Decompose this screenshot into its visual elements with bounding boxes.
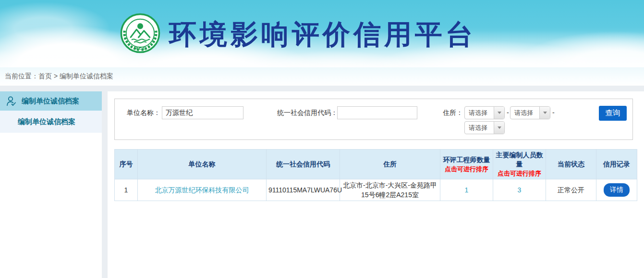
chevron-down-icon[interactable] — [494, 122, 504, 134]
unit-name-label: 单位名称： — [127, 109, 160, 117]
person-check-icon — [6, 95, 17, 107]
address-cell: 北京市-北京市-大兴区-金苑路甲15号6幢2层A215室 — [340, 179, 440, 201]
chevron-down-icon[interactable] — [539, 107, 550, 119]
row-index: 1 — [115, 179, 138, 201]
sidebar: 编制单位诚信档案 编制单位诚信档案 — [0, 91, 102, 278]
breadcrumb-current: 编制单位诚信档案 — [60, 72, 113, 80]
col-header-staff-count: 主要编制人员数量 点击可进行排序 — [493, 150, 546, 179]
page-body: 编制单位诚信档案 编制单位诚信档案 单位名称： 统一社会信用代码： 住所： 请选… — [0, 86, 644, 278]
main-content: 单位名称： 统一社会信用代码： 住所： 请选择 - 请选择 - 请选择 查询 — [108, 91, 644, 278]
col-header-status: 当前状态 — [546, 150, 596, 179]
col-header-index: 序号 — [115, 150, 138, 179]
col-header-credit-code: 统一社会信用代码 — [267, 150, 340, 179]
address-dash: - — [552, 109, 555, 116]
site-title: 环境影响评价信用平台 — [169, 16, 476, 53]
breadcrumb-prefix: 当前位置： — [5, 72, 38, 80]
credit-code-cell: 91110115MA7LWUA76U — [267, 179, 340, 201]
breadcrumb-home-link[interactable]: 首页 — [38, 72, 52, 80]
col-header-unit-name: 单位名称 — [138, 150, 267, 179]
address-city-value: 请选择 — [510, 107, 539, 119]
logo-text: MEE — [134, 45, 146, 51]
table-row: 1 北京万源世纪环保科技有限公司 91110115MA7LWUA76U 北京市-… — [115, 179, 637, 201]
col-header-address: 住所 — [340, 150, 440, 179]
unit-name-link[interactable]: 北京万源世纪环保科技有限公司 — [155, 186, 249, 194]
search-panel: 单位名称： 统一社会信用代码： 住所： 请选择 - 请选择 - 请选择 查询 — [114, 99, 633, 140]
query-button[interactable]: 查询 — [599, 106, 627, 121]
detail-button[interactable]: 详情 — [604, 183, 630, 197]
table-header-row: 序号 单位名称 统一社会信用代码 住所 环评工程师数量 点击可进行排序 主要编制… — [115, 150, 637, 179]
sidebar-divider — [102, 91, 108, 278]
address-province-select[interactable]: 请选择 — [464, 106, 505, 119]
col-header-credit-record: 信用记录 — [596, 150, 637, 179]
status-cell: 正常公开 — [546, 179, 596, 201]
address-city-select[interactable]: 请选择 — [510, 106, 550, 119]
engineer-sort-hint[interactable]: 点击可进行排序 — [441, 164, 492, 174]
address-label: 住所： — [443, 109, 463, 117]
address-dash: - — [507, 109, 509, 116]
sidebar-item-unit-credit-archive[interactable]: 编制单位诚信档案 — [0, 91, 102, 111]
staff-count-link[interactable]: 3 — [518, 186, 522, 194]
address-district-value: 请选择 — [465, 122, 494, 134]
site-header: MEE 环境影响评价信用平台 — [0, 0, 644, 67]
col-header-engineer-count-label: 环评工程师数量 — [443, 156, 490, 164]
sidebar-item-label: 编制单位诚信档案 — [22, 97, 79, 106]
address-district-select[interactable]: 请选择 — [464, 121, 505, 134]
results-table: 序号 单位名称 统一社会信用代码 住所 环评工程师数量 点击可进行排序 主要编制… — [114, 149, 637, 201]
credit-code-input[interactable] — [337, 106, 417, 119]
unit-name-input[interactable] — [162, 106, 243, 119]
chevron-down-icon[interactable] — [494, 107, 504, 119]
breadcrumb: 当前位置：首页 > 编制单位诚信档案 — [0, 67, 644, 86]
breadcrumb-separator: > — [52, 72, 60, 80]
col-header-staff-count-label: 主要编制人员数量 — [496, 151, 543, 168]
mee-logo-icon: MEE — [120, 13, 161, 54]
sidebar-subitem-label: 编制单位诚信档案 — [18, 117, 75, 126]
address-province-value: 请选择 — [465, 107, 494, 119]
staff-sort-hint[interactable]: 点击可进行排序 — [494, 169, 545, 178]
sidebar-subitem-unit-credit-archive[interactable]: 编制单位诚信档案 — [0, 111, 102, 133]
credit-code-label: 统一社会信用代码： — [277, 109, 338, 117]
col-header-engineer-count: 环评工程师数量 点击可进行排序 — [440, 150, 493, 179]
engineer-count-link[interactable]: 1 — [465, 186, 469, 194]
